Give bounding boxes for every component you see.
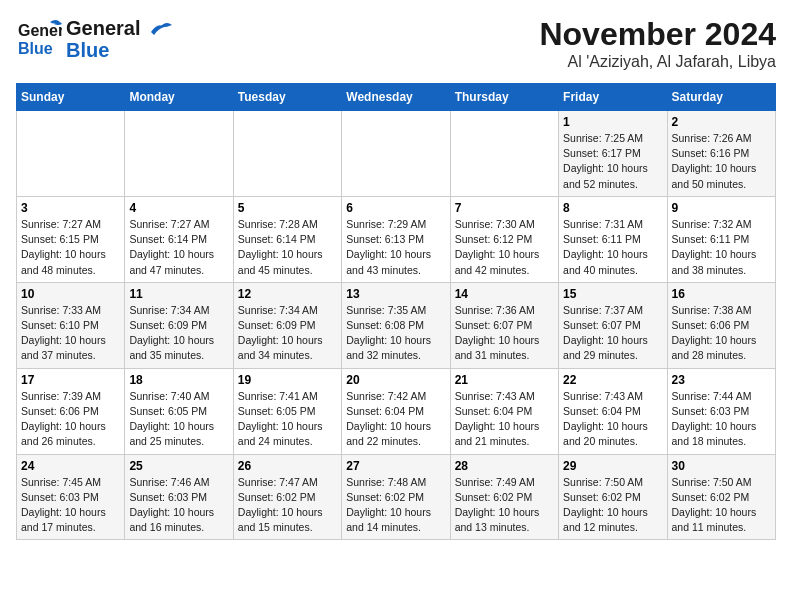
logo-bird-icon [146,17,176,47]
day-number: 17 [21,373,120,387]
day-number: 29 [563,459,662,473]
day-number: 14 [455,287,554,301]
cell-info: Sunrise: 7:43 AM Sunset: 6:04 PM Dayligh… [563,389,662,450]
cell-info: Sunrise: 7:27 AM Sunset: 6:14 PM Dayligh… [129,217,228,278]
day-number: 15 [563,287,662,301]
day-number: 10 [21,287,120,301]
week-row-2: 10Sunrise: 7:33 AM Sunset: 6:10 PM Dayli… [17,282,776,368]
cell-info: Sunrise: 7:44 AM Sunset: 6:03 PM Dayligh… [672,389,771,450]
day-number: 11 [129,287,228,301]
day-number: 21 [455,373,554,387]
cell-info: Sunrise: 7:38 AM Sunset: 6:06 PM Dayligh… [672,303,771,364]
day-number: 5 [238,201,337,215]
header-thursday: Thursday [450,84,558,111]
cell-2-1: 11Sunrise: 7:34 AM Sunset: 6:09 PM Dayli… [125,282,233,368]
cell-2-3: 13Sunrise: 7:35 AM Sunset: 6:08 PM Dayli… [342,282,450,368]
cell-1-5: 8Sunrise: 7:31 AM Sunset: 6:11 PM Daylig… [559,196,667,282]
cell-3-3: 20Sunrise: 7:42 AM Sunset: 6:04 PM Dayli… [342,368,450,454]
cell-info: Sunrise: 7:26 AM Sunset: 6:16 PM Dayligh… [672,131,771,192]
day-number: 26 [238,459,337,473]
cell-3-1: 18Sunrise: 7:40 AM Sunset: 6:05 PM Dayli… [125,368,233,454]
cell-info: Sunrise: 7:39 AM Sunset: 6:06 PM Dayligh… [21,389,120,450]
cell-info: Sunrise: 7:50 AM Sunset: 6:02 PM Dayligh… [563,475,662,536]
cell-3-5: 22Sunrise: 7:43 AM Sunset: 6:04 PM Dayli… [559,368,667,454]
header-row: SundayMondayTuesdayWednesdayThursdayFrid… [17,84,776,111]
day-number: 27 [346,459,445,473]
day-number: 22 [563,373,662,387]
day-number: 8 [563,201,662,215]
logo-icon: General Blue [16,16,62,62]
title-area: November 2024 Al 'Aziziyah, Al Jafarah, … [539,16,776,71]
cell-1-3: 6Sunrise: 7:29 AM Sunset: 6:13 PM Daylig… [342,196,450,282]
cell-info: Sunrise: 7:41 AM Sunset: 6:05 PM Dayligh… [238,389,337,450]
day-number: 20 [346,373,445,387]
day-number: 7 [455,201,554,215]
cell-info: Sunrise: 7:36 AM Sunset: 6:07 PM Dayligh… [455,303,554,364]
cell-1-2: 5Sunrise: 7:28 AM Sunset: 6:14 PM Daylig… [233,196,341,282]
cell-info: Sunrise: 7:50 AM Sunset: 6:02 PM Dayligh… [672,475,771,536]
cell-4-0: 24Sunrise: 7:45 AM Sunset: 6:03 PM Dayli… [17,454,125,540]
calendar-body: 1Sunrise: 7:25 AM Sunset: 6:17 PM Daylig… [17,111,776,540]
cell-info: Sunrise: 7:42 AM Sunset: 6:04 PM Dayligh… [346,389,445,450]
day-number: 24 [21,459,120,473]
cell-info: Sunrise: 7:34 AM Sunset: 6:09 PM Dayligh… [238,303,337,364]
cell-info: Sunrise: 7:34 AM Sunset: 6:09 PM Dayligh… [129,303,228,364]
cell-3-2: 19Sunrise: 7:41 AM Sunset: 6:05 PM Dayli… [233,368,341,454]
day-number: 25 [129,459,228,473]
cell-info: Sunrise: 7:49 AM Sunset: 6:02 PM Dayligh… [455,475,554,536]
header-friday: Friday [559,84,667,111]
cell-info: Sunrise: 7:48 AM Sunset: 6:02 PM Dayligh… [346,475,445,536]
cell-0-6: 2Sunrise: 7:26 AM Sunset: 6:16 PM Daylig… [667,111,775,197]
logo-general: General [66,17,140,39]
cell-4-2: 26Sunrise: 7:47 AM Sunset: 6:02 PM Dayli… [233,454,341,540]
location-subtitle: Al 'Aziziyah, Al Jafarah, Libya [539,53,776,71]
cell-2-6: 16Sunrise: 7:38 AM Sunset: 6:06 PM Dayli… [667,282,775,368]
cell-info: Sunrise: 7:31 AM Sunset: 6:11 PM Dayligh… [563,217,662,278]
week-row-4: 24Sunrise: 7:45 AM Sunset: 6:03 PM Dayli… [17,454,776,540]
cell-4-5: 29Sunrise: 7:50 AM Sunset: 6:02 PM Dayli… [559,454,667,540]
cell-3-4: 21Sunrise: 7:43 AM Sunset: 6:04 PM Dayli… [450,368,558,454]
cell-4-3: 27Sunrise: 7:48 AM Sunset: 6:02 PM Dayli… [342,454,450,540]
day-number: 30 [672,459,771,473]
cell-4-6: 30Sunrise: 7:50 AM Sunset: 6:02 PM Dayli… [667,454,775,540]
cell-4-1: 25Sunrise: 7:46 AM Sunset: 6:03 PM Dayli… [125,454,233,540]
week-row-3: 17Sunrise: 7:39 AM Sunset: 6:06 PM Dayli… [17,368,776,454]
cell-info: Sunrise: 7:30 AM Sunset: 6:12 PM Dayligh… [455,217,554,278]
cell-info: Sunrise: 7:33 AM Sunset: 6:10 PM Dayligh… [21,303,120,364]
cell-info: Sunrise: 7:47 AM Sunset: 6:02 PM Dayligh… [238,475,337,536]
cell-info: Sunrise: 7:45 AM Sunset: 6:03 PM Dayligh… [21,475,120,536]
cell-2-4: 14Sunrise: 7:36 AM Sunset: 6:07 PM Dayli… [450,282,558,368]
header-sunday: Sunday [17,84,125,111]
cell-info: Sunrise: 7:46 AM Sunset: 6:03 PM Dayligh… [129,475,228,536]
cell-4-4: 28Sunrise: 7:49 AM Sunset: 6:02 PM Dayli… [450,454,558,540]
logo-blue: Blue [66,39,140,61]
cell-info: Sunrise: 7:29 AM Sunset: 6:13 PM Dayligh… [346,217,445,278]
cell-info: Sunrise: 7:37 AM Sunset: 6:07 PM Dayligh… [563,303,662,364]
cell-info: Sunrise: 7:28 AM Sunset: 6:14 PM Dayligh… [238,217,337,278]
day-number: 6 [346,201,445,215]
week-row-0: 1Sunrise: 7:25 AM Sunset: 6:17 PM Daylig… [17,111,776,197]
header-wednesday: Wednesday [342,84,450,111]
cell-0-0 [17,111,125,197]
month-title: November 2024 [539,16,776,53]
day-number: 12 [238,287,337,301]
cell-info: Sunrise: 7:32 AM Sunset: 6:11 PM Dayligh… [672,217,771,278]
week-row-1: 3Sunrise: 7:27 AM Sunset: 6:15 PM Daylig… [17,196,776,282]
cell-1-4: 7Sunrise: 7:30 AM Sunset: 6:12 PM Daylig… [450,196,558,282]
day-number: 9 [672,201,771,215]
day-number: 28 [455,459,554,473]
cell-2-0: 10Sunrise: 7:33 AM Sunset: 6:10 PM Dayli… [17,282,125,368]
header: General Blue General Blue November 2024 … [16,16,776,71]
cell-info: Sunrise: 7:27 AM Sunset: 6:15 PM Dayligh… [21,217,120,278]
header-saturday: Saturday [667,84,775,111]
cell-info: Sunrise: 7:35 AM Sunset: 6:08 PM Dayligh… [346,303,445,364]
cell-1-1: 4Sunrise: 7:27 AM Sunset: 6:14 PM Daylig… [125,196,233,282]
svg-text:Blue: Blue [18,40,53,57]
cell-2-2: 12Sunrise: 7:34 AM Sunset: 6:09 PM Dayli… [233,282,341,368]
cell-info: Sunrise: 7:25 AM Sunset: 6:17 PM Dayligh… [563,131,662,192]
cell-info: Sunrise: 7:40 AM Sunset: 6:05 PM Dayligh… [129,389,228,450]
calendar-table: SundayMondayTuesdayWednesdayThursdayFrid… [16,83,776,540]
cell-2-5: 15Sunrise: 7:37 AM Sunset: 6:07 PM Dayli… [559,282,667,368]
cell-1-0: 3Sunrise: 7:27 AM Sunset: 6:15 PM Daylig… [17,196,125,282]
day-number: 18 [129,373,228,387]
